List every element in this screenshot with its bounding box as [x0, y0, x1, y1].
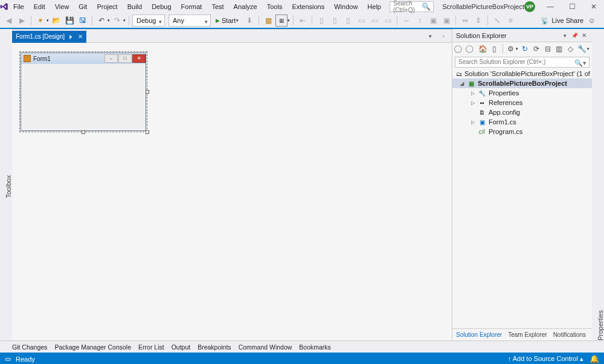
sln-home-nav-button[interactable]: ⃝ — [455, 43, 465, 55]
titlebar-right: VP — ☐ ✕ — [524, 0, 604, 13]
toolbox-tab[interactable]: Toolbox — [0, 29, 12, 340]
pin-icon[interactable]: ⏵ — [68, 31, 74, 43]
sln-properties-button[interactable]: 🔧 — [577, 43, 587, 55]
menu-file[interactable]: File — [8, 0, 29, 13]
menu-analyze[interactable]: Analyze — [229, 0, 262, 13]
resize-handle-corner[interactable] — [146, 130, 149, 134]
active-files-dropdown[interactable]: ▾ — [424, 30, 436, 42]
sln-preview-button[interactable]: ◇ — [565, 43, 576, 55]
menu-git[interactable]: Git — [74, 0, 92, 13]
tree-program-node[interactable]: c# Program.cs — [452, 127, 592, 136]
tree-properties-node[interactable]: ▷ 🔧 Properties — [452, 88, 592, 98]
notifications-icon[interactable]: 🔔 — [590, 354, 599, 363]
expander-closed-icon[interactable]: ▷ — [471, 120, 475, 125]
solution-label: Solution 'ScrollablePictureBoxProject' (… — [464, 70, 592, 77]
solution-explorer-search[interactable]: Search Solution Explorer (Ctrl+;) 🔍▾ — [455, 57, 590, 68]
menu-window[interactable]: Window — [329, 0, 362, 13]
resize-handle-right[interactable] — [146, 90, 149, 94]
properties-label: Properties — [597, 33, 604, 340]
menu-test[interactable]: Test — [207, 0, 228, 13]
doc-tab-form1-design[interactable]: Form1.cs [Design] ⏵ ✕ — [12, 31, 86, 43]
tree-form1-node[interactable]: ▷ ▣ Form1.cs — [452, 117, 592, 127]
menu-format[interactable]: Format — [176, 0, 207, 13]
toolbar-separator — [312, 16, 312, 25]
open-file-button[interactable]: 📂 — [50, 14, 62, 27]
document-tabstrip: Form1.cs [Design] ⏵ ✕ ▾ ▫ — [12, 30, 452, 43]
tree-project-node[interactable]: ◢ ▣ ScrollablePictureBoxProject — [452, 78, 592, 88]
menu-project[interactable]: Project — [92, 0, 122, 13]
source-control-button[interactable]: ↑ Add to Source Control ▴ — [508, 355, 583, 363]
config-combo[interactable]: Debug — [132, 14, 165, 27]
menu-help[interactable]: Help — [362, 0, 386, 13]
tab-command-window[interactable]: Command Window — [239, 343, 292, 351]
chevron-down-icon[interactable]: ▾ — [516, 46, 518, 51]
tab-git-changes[interactable]: Git Changes — [12, 343, 47, 351]
form1-window[interactable]: Form1 – □ ✕ — [21, 53, 146, 131]
new-project-button[interactable]: ✴ — [34, 14, 47, 27]
sln-show-all-button[interactable]: ▥ — [554, 43, 564, 55]
save-all-button[interactable]: 🖫 — [77, 14, 89, 27]
align-middles-button: ▭ — [368, 14, 381, 27]
toolbar-separator — [92, 16, 92, 25]
footer-tab-notifications[interactable]: Notifications — [553, 331, 586, 338]
close-button[interactable]: ✕ — [587, 0, 600, 13]
expander-open-icon[interactable]: ◢ — [460, 81, 464, 86]
save-button[interactable]: 💾 — [63, 14, 76, 27]
chevron-down-icon[interactable]: ▾ — [108, 18, 110, 23]
live-share-button[interactable]: 📡 Live Share — [541, 17, 583, 25]
maximize-button[interactable]: ☐ — [565, 0, 579, 13]
menu-debug[interactable]: Debug — [147, 0, 176, 13]
form-designer-surface[interactable]: Form1 – □ ✕ — [19, 51, 147, 132]
lock-button: ≡ — [504, 14, 516, 27]
solution-explorer-header: Solution Explorer ▾ 📌 ✕ — [452, 29, 592, 42]
panel-close-icon[interactable]: ✕ — [580, 30, 588, 42]
menu-tools[interactable]: Tools — [262, 0, 288, 13]
menu-view[interactable]: View — [50, 0, 74, 13]
chevron-down-icon[interactable]: ▾ — [47, 18, 49, 23]
panel-dropdown-icon[interactable]: ▾ — [561, 30, 569, 42]
grid-button[interactable]: ▦ — [275, 14, 288, 27]
sln-switch-view-button[interactable]: ▯ — [489, 43, 500, 55]
sln-refresh-button[interactable]: ⟳ — [531, 43, 541, 55]
tree-appconfig-node[interactable]: 🗎 App.config — [452, 107, 592, 117]
quick-launch-search[interactable]: Search (Ctrl+Q) 🔍 — [390, 1, 434, 12]
expander-closed-icon[interactable]: ▷ — [471, 91, 475, 96]
resize-handle-bottom[interactable] — [82, 130, 85, 134]
menu-build[interactable]: Build — [123, 0, 147, 13]
tree-solution-node[interactable]: 🗂 Solution 'ScrollablePictureBoxProject'… — [452, 69, 592, 78]
appconfig-label: App.config — [489, 109, 520, 116]
wrench-icon: 🔧 — [478, 89, 486, 97]
size-grip-button: ⤡ — [491, 14, 503, 27]
expander-closed-icon[interactable]: ▷ — [471, 100, 475, 106]
tab-bookmarks[interactable]: Bookmarks — [299, 343, 331, 351]
footer-tab-team-explorer[interactable]: Team Explorer — [508, 331, 547, 338]
tab-order-button[interactable]: ▦ — [262, 14, 274, 27]
sln-home-button[interactable]: 🏠 — [478, 43, 488, 55]
feedback-button[interactable]: ☺ — [586, 14, 598, 27]
footer-tab-solution-explorer[interactable]: Solution Explorer — [456, 331, 502, 338]
chevron-down-icon[interactable]: ▾ — [288, 18, 290, 23]
chevron-down-icon[interactable]: ▾ — [587, 46, 590, 51]
sln-collapse-button[interactable]: ⊟ — [542, 43, 553, 55]
platform-combo[interactable]: Any CPU — [169, 14, 211, 27]
undo-button[interactable]: ↶ — [95, 14, 108, 27]
user-avatar[interactable]: VP — [524, 1, 535, 12]
tab-overflow-button[interactable]: ▫ — [437, 30, 449, 42]
sln-pending-changes-button[interactable]: ⚙ — [506, 43, 516, 55]
sln-sync-button[interactable]: ↻ — [519, 43, 530, 55]
menu-edit[interactable]: Edit — [29, 0, 50, 13]
start-debug-button[interactable]: ▶Start▾ — [212, 14, 242, 27]
tab-output[interactable]: Output — [172, 343, 191, 351]
properties-tab[interactable]: Properties — [592, 29, 604, 340]
tab-package-manager[interactable]: Package Manager Console — [54, 343, 131, 351]
close-tab-icon[interactable]: ✕ — [78, 31, 83, 43]
tab-breakpoints[interactable]: Breakpoints — [198, 343, 231, 351]
minimize-button[interactable]: — — [544, 0, 557, 13]
tree-references-node[interactable]: ▷ ▪▪ References — [452, 98, 592, 107]
menu-extensions[interactable]: Extensions — [287, 0, 329, 13]
panel-pin-icon[interactable]: 📌 — [570, 30, 579, 42]
sln-home-nav2-button[interactable]: ⃝ — [466, 43, 477, 55]
config-file-icon: 🗎 — [478, 108, 486, 117]
tab-error-list[interactable]: Error List — [138, 343, 164, 351]
solution-explorer-pane: Solution Explorer ▾ 📌 ✕ ⃝ ⃝ 🏠 ▯ ⚙▾ ↻ ⟳ ⊟… — [452, 29, 592, 340]
